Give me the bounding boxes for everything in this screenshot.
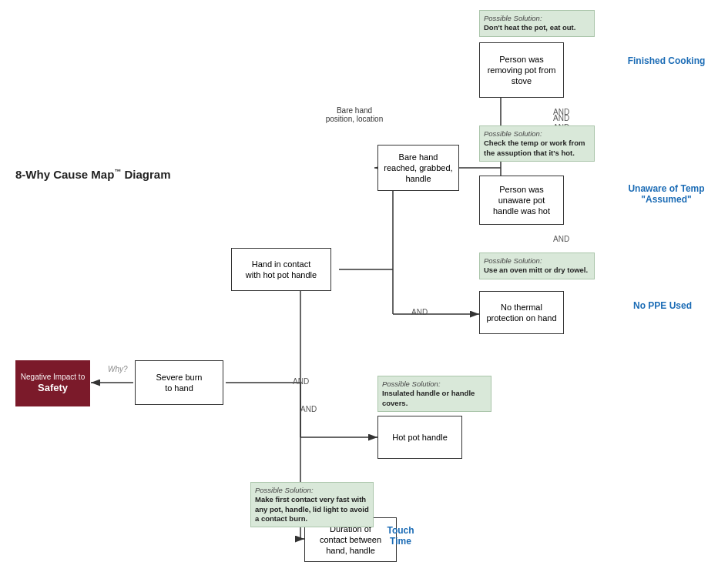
hand-contact-text: Hand in contact with hot pot handle: [246, 259, 317, 281]
solution-3-box: Possible Solution: Use an oven mitt or d…: [479, 253, 595, 279]
and-right-1: AND: [553, 108, 569, 116]
finished-cooking-label: Finished Cooking: [616, 55, 716, 66]
bare-hand-reach-box: Bare hand reached, grabbed, handle: [377, 145, 459, 191]
solution-5-box: Possible Solution: Make first contact ve…: [250, 482, 374, 527]
touch-time-label: Touch Time: [366, 525, 435, 547]
unaware-of-temp-label: Unaware of Temp "Assumed": [616, 183, 716, 205]
solution-4-box: Possible Solution: Insulated handle or h…: [377, 376, 491, 412]
solution-2-box: Possible Solution: Check the temp or wor…: [479, 125, 595, 162]
negative-impact-line2: Safety: [38, 382, 68, 395]
solution-3-label: Possible Solution:: [484, 256, 590, 266]
title-tm: ™: [114, 168, 121, 176]
title-text: 8-Why Cause Map: [15, 168, 114, 181]
bare-hand-position-text: Bare hand position, location: [326, 106, 384, 123]
and-label-3: AND: [293, 377, 309, 386]
and-label-4: AND: [300, 405, 317, 413]
no-thermal-text: No thermal protection on hand: [486, 302, 556, 324]
person-removing-box: Person was removing pot from stove: [479, 42, 564, 98]
solution-3-text: Use an oven mitt or dry towel.: [484, 266, 588, 274]
hot-pot-handle-text: Hot pot handle: [392, 432, 448, 443]
negative-impact-box: Negative Impact to Safety: [15, 360, 90, 406]
no-ppe-label: No PPE Used: [616, 300, 709, 311]
no-thermal-box: No thermal protection on hand: [479, 291, 564, 334]
negative-impact-line1: Negative Impact to: [21, 372, 85, 382]
severe-burn-box: Severe burn to hand: [135, 360, 223, 405]
solution-5-text: Make first contact very fast with any po…: [255, 495, 369, 523]
person-unaware-text: Person was unaware pot handle was hot: [493, 184, 550, 217]
and-right-2: AND: [553, 235, 569, 243]
person-removing-text: Person was removing pot from stove: [488, 54, 556, 87]
solution-5-label: Possible Solution:: [255, 486, 369, 495]
hot-pot-handle-box: Hot pot handle: [377, 416, 462, 459]
solution-2-text: Check the temp or work from the assuptio…: [484, 139, 585, 156]
solution-4-label: Possible Solution:: [382, 380, 487, 389]
solution-1-box: Possible Solution: Don't heat the pot, e…: [479, 10, 595, 37]
diagram-title: 8-Why Cause Map™ Diagram: [15, 168, 171, 181]
solution-2-label: Possible Solution:: [484, 129, 590, 139]
bare-hand-reach-text: Bare hand reached, grabbed, handle: [384, 152, 452, 185]
hand-contact-box: Hand in contact with hot pot handle: [231, 248, 331, 291]
severe-burn-text: Severe burn to hand: [156, 372, 203, 394]
solution-1-text: Don't heat the pot, eat out.: [484, 23, 575, 32]
solution-4-text: Insulated handle or handle covers.: [382, 389, 475, 406]
title-suffix: Diagram: [121, 168, 170, 181]
solution-1-label: Possible Solution:: [484, 14, 590, 23]
why-label-1: Why?: [108, 365, 128, 373]
diagram-container: 8-Why Cause Map™ Diagram Why? Why? Negat…: [0, 0, 728, 582]
bare-hand-position-label: Bare hand position, location: [320, 106, 389, 123]
and-label-2: AND: [411, 308, 428, 316]
person-unaware-box: Person was unaware pot handle was hot: [479, 176, 564, 225]
